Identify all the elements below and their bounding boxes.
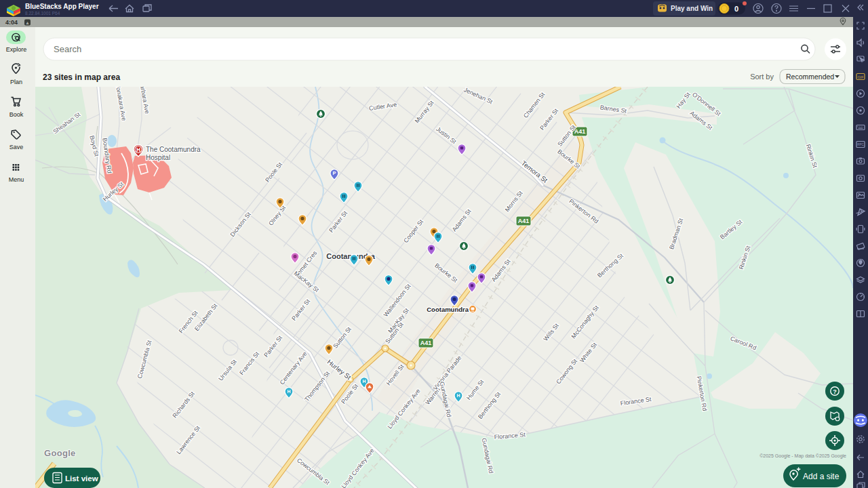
- svg-text:©2025 Google - Map data ©2025: ©2025 Google - Map data ©2025 Google: [760, 453, 846, 459]
- svg-text:23 sites in map area: 23 sites in map area: [43, 73, 120, 82]
- svg-text:Hospital: Hospital: [146, 154, 170, 161]
- svg-text:Book: Book: [9, 111, 24, 118]
- svg-text:A41: A41: [420, 340, 432, 346]
- svg-text:H: H: [456, 393, 460, 398]
- svg-text:Cootamundra: Cootamundra: [427, 306, 469, 313]
- svg-text:H: H: [362, 379, 366, 384]
- svg-text:H: H: [136, 146, 140, 153]
- svg-text:BlueStacks App Player: BlueStacks App Player: [25, 3, 99, 10]
- svg-text:P: P: [332, 170, 336, 176]
- svg-text:Save: Save: [9, 144, 24, 150]
- svg-text:The Cootamundra: The Cootamundra: [146, 146, 201, 153]
- svg-text:Add a site: Add a site: [803, 472, 840, 481]
- svg-text:Plan: Plan: [10, 79, 22, 85]
- svg-text:0: 0: [734, 5, 738, 13]
- svg-text:H: H: [287, 389, 290, 394]
- svg-text:A41: A41: [518, 218, 530, 224]
- svg-text:8.22.84.1001 P64: 8.22.84.1001 P64: [25, 11, 60, 16]
- svg-text:Menu: Menu: [9, 176, 24, 183]
- svg-text:Sort by: Sort by: [750, 73, 774, 81]
- svg-text:List view: List view: [65, 474, 98, 483]
- svg-text:RPC: RPC: [857, 143, 864, 146]
- svg-text:4:04: 4:04: [5, 19, 18, 26]
- svg-text:Explore: Explore: [6, 46, 27, 53]
- svg-text:Recommended: Recommended: [786, 73, 834, 81]
- svg-text:?: ?: [833, 388, 837, 395]
- svg-text:Search: Search: [54, 44, 81, 54]
- svg-text:▲: ▲: [25, 20, 30, 25]
- svg-text:Google: Google: [44, 448, 76, 458]
- svg-text:Play and Win: Play and Win: [671, 5, 713, 12]
- svg-text:GIF: GIF: [857, 75, 864, 79]
